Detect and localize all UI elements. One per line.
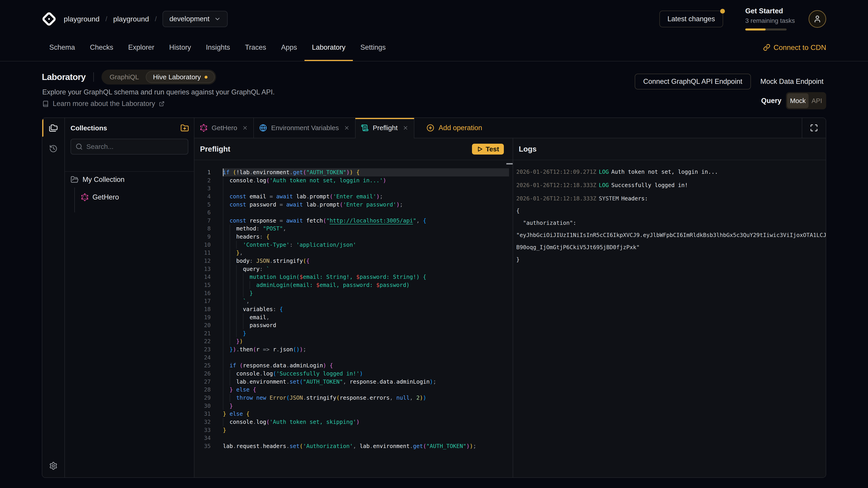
log-body-line: } (516, 254, 826, 266)
code-line: 20 password (194, 321, 513, 329)
line-number: 3 (194, 184, 211, 193)
code-line: 32 console.log('Auth token set, skipping… (194, 418, 513, 426)
logs-output[interactable]: 2026-01-26T12:12:09.271ZLOGAuth token no… (513, 160, 826, 477)
target-selector-value: development (169, 15, 210, 23)
code-line: 19 email, (194, 313, 513, 322)
hive-logo-icon[interactable] (42, 12, 56, 26)
nav-item-apps[interactable]: Apps (274, 34, 305, 61)
log-message: Headers: (621, 195, 648, 202)
log-level: LOG (599, 168, 609, 175)
learn-more-link[interactable]: Learn more about the Laboratory (42, 100, 164, 108)
code-line: 4 const email = await lab.prompt('Enter … (194, 193, 513, 201)
add-operation-button[interactable]: Add operation (423, 118, 485, 138)
get-started-title: Get Started (745, 7, 786, 14)
query-endpoint-toggle: Mock API (786, 92, 826, 109)
tab-label: Environment Variables (271, 124, 339, 132)
nav-item-traces[interactable]: Traces (238, 34, 274, 61)
nav-item-explorer[interactable]: Explorer (121, 34, 162, 61)
folders-icon (49, 123, 58, 132)
collection-folder-item[interactable]: My Collection (70, 172, 194, 187)
code-line: 1if (!lab.environment.get("AUTH_TOKEN"))… (194, 168, 513, 176)
mode-option-hive-laboratory[interactable]: Hive Laboratory (146, 71, 215, 83)
collection-operation-item[interactable]: GetHero (81, 190, 194, 204)
code-line: 10 'Content-Type': 'application/json' (194, 241, 513, 249)
line-number: 22 (194, 337, 211, 346)
search-icon (75, 143, 83, 150)
tab-close-icon[interactable] (344, 125, 350, 131)
code-line: 11 }, (194, 249, 513, 257)
fullscreen-button[interactable] (802, 118, 826, 138)
code-line: 17 `, (194, 297, 513, 305)
target-selector[interactable]: development (162, 11, 228, 27)
line-number: 4 (194, 193, 211, 201)
get-started-progressbar (745, 29, 786, 31)
connect-graphql-endpoint-button[interactable]: Connect GraphQL API Endpoint (635, 74, 751, 90)
mock-data-endpoint-button[interactable]: Mock Data Endpoint (761, 74, 824, 90)
get-started-widget[interactable]: Get Started 3 remaining tasks (745, 7, 786, 31)
code-line: 30 } (194, 402, 513, 410)
line-number: 26 (194, 369, 211, 378)
mode-option-graphiql[interactable]: GraphiQL (103, 71, 146, 83)
tab-preflight[interactable]: Preflight (355, 118, 414, 138)
nav-item-checks[interactable]: Checks (83, 34, 121, 61)
graphql-icon (81, 193, 89, 201)
code-line: 15 adminLogin(email: $email, password: $… (194, 281, 513, 289)
nav-item-laboratory[interactable]: Laboratory (305, 34, 353, 61)
graphql-icon (200, 124, 208, 132)
code-line: 18 variables: { (194, 305, 513, 313)
nav-item-settings[interactable]: Settings (353, 34, 393, 61)
latest-changes-button[interactable]: Latest changes (659, 11, 723, 27)
query-label: Query (761, 97, 781, 105)
test-button[interactable]: Test (472, 144, 504, 155)
tab-close-icon[interactable] (242, 125, 248, 131)
user-avatar[interactable] (809, 10, 826, 28)
log-timestamp: 2026-01-26T12:12:18.333Z (516, 195, 596, 202)
code-line: 25 if (response.data.adminLogin) { (194, 361, 513, 369)
overview-ruler-cursor-mark (506, 163, 513, 164)
breadcrumb-org[interactable]: playground (64, 15, 99, 23)
collection-folder-label: My Collection (83, 175, 125, 184)
logs-pane: Logs 2026-01-26T12:12:09.271ZLOGAuth tok… (513, 138, 826, 477)
nav-item-history[interactable]: History (162, 34, 198, 61)
code-line: 34 (194, 434, 513, 442)
nav-item-schema[interactable]: Schema (42, 34, 83, 61)
code-editor[interactable]: 1if (!lab.environment.get("AUTH_TOKEN"))… (194, 160, 513, 477)
globe-icon (259, 124, 267, 132)
log-message: Auth token not set, loggin in... (611, 168, 718, 175)
line-number: 6 (194, 208, 211, 217)
log-timestamp: 2026-01-26T12:12:09.271Z (516, 168, 596, 175)
search-input[interactable] (86, 143, 183, 151)
tab-env-vars[interactable]: Environment Variables (254, 118, 355, 138)
line-number: 2 (194, 176, 211, 185)
log-level: LOG (599, 182, 609, 188)
tree-indent-line (74, 188, 75, 213)
scroll-icon (361, 124, 369, 132)
breadcrumb-project[interactable]: playground (113, 15, 149, 23)
page-title: Laboratory (42, 72, 86, 82)
folder-open-icon (70, 175, 79, 184)
line-number: 12 (194, 257, 211, 265)
line-number: 17 (194, 297, 211, 305)
code-line: 28 } else { (194, 386, 513, 394)
code-line: 8 method: "POST", (194, 225, 513, 233)
toggle-option-api[interactable]: API (809, 93, 825, 108)
code-line: 16 } (194, 289, 513, 297)
breadcrumb: playground / playground / development (64, 11, 228, 27)
line-number: 35 (194, 442, 211, 450)
code-line: 9 headers: { (194, 233, 513, 241)
settings-gear-button[interactable] (49, 462, 58, 471)
line-number: 18 (194, 305, 211, 313)
plus-circle-icon (427, 124, 434, 132)
toggle-option-mock[interactable]: Mock (787, 93, 809, 108)
nav-item-insights[interactable]: Insights (198, 34, 238, 61)
connect-to-cdn-link[interactable]: Connect to CDN (763, 43, 826, 52)
tab-gethero[interactable]: GetHero (194, 118, 254, 138)
tab-close-icon[interactable] (403, 125, 408, 131)
code-line: 13 query: ` (194, 265, 513, 273)
rail-item-history[interactable] (42, 138, 64, 160)
line-number: 33 (194, 426, 211, 434)
rail-item-collections[interactable] (42, 118, 64, 138)
new-collection-button[interactable] (180, 124, 189, 132)
line-number: 21 (194, 329, 211, 337)
main-nav: SchemaChecksExplorerHistoryInsightsTrace… (0, 34, 868, 61)
